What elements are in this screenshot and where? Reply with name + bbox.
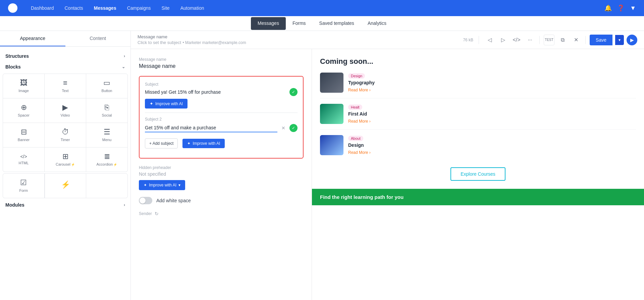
refresh-icon[interactable]: ↻ [155, 211, 159, 216]
subnav-analytics[interactable]: Analytics [361, 17, 393, 30]
blog-read-more-1[interactable]: Read More › [348, 119, 371, 124]
block-social[interactable]: ⎘ Social [86, 98, 127, 123]
block-carousel[interactable]: ⊞ Carousel⚡ [45, 147, 86, 172]
text-icon: ≡ [63, 79, 67, 87]
spacer-icon: ⊕ [21, 104, 27, 111]
close-icon[interactable]: ✕ [571, 35, 581, 45]
more-icon[interactable]: ··· [525, 35, 535, 45]
sender-row: Sender ↻ [139, 211, 304, 216]
block-form[interactable]: ☑ Form [3, 174, 45, 198]
editor-title-group: Message name Click to set the subject • … [138, 34, 459, 45]
top-nav: Dashboard Contacts Messages Campaigns Si… [0, 0, 644, 16]
green-section-text: Find the right learning path for you [320, 194, 404, 200]
sidebar-tabs: Appearance Content [0, 31, 130, 47]
blog-item-2: About Design Read More › [320, 135, 636, 161]
editor-message-name: Message name [138, 34, 459, 39]
tab-content[interactable]: Content [65, 31, 131, 46]
left-sidebar: Appearance Content Structures › Blocks ⌄… [0, 31, 131, 300]
blog-info-1: Healt First Aid Read More › [348, 104, 371, 124]
block-spacer[interactable]: ⊕ Spacer [3, 98, 44, 123]
ai-icon-1: ✦ [150, 101, 153, 106]
main-content: Message name Click to set the subject • … [131, 31, 644, 300]
improve-preheader-button[interactable]: ✦ Improve with AI ▾ [139, 180, 185, 190]
blog-title-2: Design [348, 142, 371, 148]
block-html-label: HTML [19, 161, 29, 165]
run-button[interactable]: ▶ [627, 35, 637, 45]
preview-panel: Coming soon... Design Typography Read Mo… [312, 49, 644, 300]
improve-btn-2-label: Improve with AI [193, 141, 220, 146]
copy-icon[interactable]: ⧉ [557, 35, 568, 45]
nav-contacts[interactable]: Contacts [65, 5, 83, 11]
improve-ai-button-2[interactable]: ✦ Improve with AI [182, 139, 225, 148]
subnav-saved-templates[interactable]: Saved templates [313, 17, 361, 30]
blog-tag-0: Design [348, 73, 365, 79]
nav-messages[interactable]: Messages [94, 5, 116, 11]
subject-1-row: Subject ✓ ✦ Improve with AI [145, 82, 298, 109]
blocks-grid: 🖼 Image ≡ Text ▭ Button ⊕ Spacer ▶ [3, 74, 128, 172]
blog-item-0: Design Typography Read More › [320, 73, 636, 98]
subject-label: Subject [145, 82, 298, 87]
subject-box: Subject ✓ ✦ Improve with AI [139, 76, 304, 159]
help-icon[interactable]: ❓ [617, 4, 625, 12]
subnav-forms[interactable]: Forms [286, 17, 313, 30]
subject-2-clear-icon[interactable]: ✕ [280, 125, 287, 131]
whitespace-toggle[interactable] [139, 197, 152, 204]
sender-label: Sender [139, 211, 152, 216]
message-name-value[interactable]: Message name [139, 63, 304, 69]
blog-read-more-2[interactable]: Read More › [348, 150, 371, 155]
block-button-label: Button [102, 89, 112, 93]
nav-site[interactable]: Site [162, 5, 170, 11]
improve-btn-1-label: Improve with AI [155, 101, 183, 106]
coming-soon-title: Coming soon... [320, 57, 636, 66]
editor-sender: • Marketer marketer@example.com [183, 40, 246, 45]
form-panel: Message name Message name Subject ✓ [131, 49, 312, 300]
redo-icon[interactable]: ▷ [498, 35, 508, 45]
block-spacer-label: Spacer [18, 113, 30, 117]
block-accordion[interactable]: ≣ Accordion⚡ [86, 147, 127, 172]
editor-subject-line[interactable]: Click to set the subject [138, 40, 181, 45]
block-text[interactable]: ≡ Text [45, 74, 86, 98]
explore-courses-button[interactable]: Explore Courses [450, 167, 505, 181]
image-icon: 🖼 [20, 79, 28, 87]
save-button[interactable]: Save [590, 35, 612, 45]
save-dropdown-button[interactable]: ▾ [615, 35, 624, 45]
sub-nav: Messages Forms Saved templates Analytics [0, 16, 644, 31]
dropdown-icon[interactable]: ▼ [630, 5, 636, 12]
block-button[interactable]: ▭ Button [86, 74, 127, 98]
dropdown-chevron-icon: ▾ [178, 183, 180, 187]
subject-2-input[interactable] [145, 124, 277, 132]
blog-title-1: First Aid [348, 111, 371, 117]
block-empty3 [86, 174, 127, 198]
block-video[interactable]: ▶ Video [45, 98, 86, 123]
block-form-lightning[interactable]: ⚡ [45, 174, 86, 198]
subject-input[interactable] [145, 88, 287, 96]
divider-3 [585, 36, 586, 44]
whitespace-label: Add white space [156, 198, 191, 203]
improve-ai-button-1[interactable]: ✦ Improve with AI [145, 99, 187, 109]
block-carousel-label: Carousel⚡ [56, 162, 75, 166]
structures-header[interactable]: Structures › [0, 51, 130, 61]
test-icon[interactable]: TEST [544, 35, 554, 45]
block-html[interactable]: </> HTML [3, 147, 44, 172]
subject-check-icon: ✓ [289, 88, 298, 96]
block-menu[interactable]: ☰ Menu [86, 123, 127, 147]
block-banner[interactable]: ⊟ Banner [3, 123, 44, 147]
bell-icon[interactable]: 🔔 [604, 4, 612, 12]
block-image[interactable]: 🖼 Image [3, 74, 44, 98]
green-section: Find the right learning path for you [312, 189, 644, 205]
modules-header[interactable]: Modules › [0, 200, 130, 210]
blog-thumb-1 [320, 104, 343, 124]
nav-automation[interactable]: Automation [180, 5, 204, 11]
undo-icon[interactable]: ◁ [484, 35, 495, 45]
blocks-header[interactable]: Blocks ⌄ [0, 61, 130, 72]
nav-dashboard[interactable]: Dashboard [31, 5, 54, 11]
nav-campaigns[interactable]: Campaigns [127, 5, 151, 11]
nav-logo [8, 3, 17, 13]
subnav-messages[interactable]: Messages [251, 17, 286, 30]
block-timer[interactable]: ⏱ Timer [45, 123, 86, 147]
add-subject-button[interactable]: + Add subject [145, 138, 178, 148]
code-icon[interactable]: </> [511, 35, 522, 45]
blog-read-more-0[interactable]: Read More › [348, 88, 371, 92]
tab-appearance[interactable]: Appearance [0, 31, 65, 46]
whitespace-toggle-row: Add white space [139, 197, 304, 204]
